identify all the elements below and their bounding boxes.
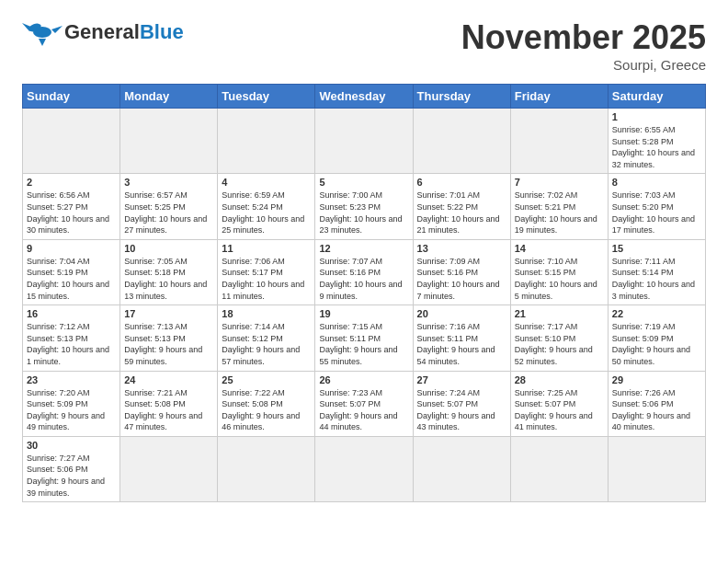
day-number: 30 <box>27 440 116 451</box>
day-cell: 16Sunrise: 7:12 AMSunset: 5:13 PMDayligh… <box>23 305 120 371</box>
day-cell: 6Sunrise: 7:01 AMSunset: 5:22 PMDaylight… <box>413 174 510 239</box>
day-cell: 20Sunrise: 7:16 AMSunset: 5:11 PMDayligh… <box>413 305 510 371</box>
day-info: Sunrise: 7:03 AMSunset: 5:20 PMDaylight:… <box>612 190 701 236</box>
day-info: Sunrise: 7:07 AMSunset: 5:16 PMDaylight:… <box>319 256 408 302</box>
day-cell: 18Sunrise: 7:14 AMSunset: 5:12 PMDayligh… <box>218 305 315 371</box>
day-cell: 14Sunrise: 7:10 AMSunset: 5:15 PMDayligh… <box>510 239 608 304</box>
logo-text: GeneralBlue <box>64 22 184 42</box>
header-monday: Monday <box>120 85 218 109</box>
weekday-header-row: Sunday Monday Tuesday Wednesday Thursday… <box>23 85 706 109</box>
day-info: Sunrise: 7:00 AMSunset: 5:23 PMDaylight:… <box>319 190 408 236</box>
day-info: Sunrise: 7:22 AMSunset: 5:08 PMDaylight:… <box>222 387 311 433</box>
day-info: Sunrise: 7:02 AMSunset: 5:21 PMDaylight:… <box>515 190 604 236</box>
day-cell: 22Sunrise: 7:19 AMSunset: 5:09 PMDayligh… <box>608 305 705 371</box>
day-cell: 23Sunrise: 7:20 AMSunset: 5:09 PMDayligh… <box>23 371 120 436</box>
day-number: 24 <box>124 374 213 385</box>
calendar-title: November 2025 <box>461 18 706 57</box>
day-cell <box>413 109 510 174</box>
day-cell: 10Sunrise: 7:05 AMSunset: 5:18 PMDayligh… <box>120 239 218 304</box>
day-cell <box>218 436 315 501</box>
day-info: Sunrise: 7:19 AMSunset: 5:09 PMDaylight:… <box>612 321 701 367</box>
week-row-2: 2Sunrise: 6:56 AMSunset: 5:27 PMDaylight… <box>23 174 706 239</box>
day-info: Sunrise: 7:25 AMSunset: 5:07 PMDaylight:… <box>515 387 604 433</box>
logo-icon: GeneralBlue <box>22 18 184 46</box>
day-number: 28 <box>515 374 604 385</box>
day-info: Sunrise: 7:01 AMSunset: 5:22 PMDaylight:… <box>417 190 506 236</box>
day-number: 3 <box>124 177 213 188</box>
day-number: 9 <box>27 243 116 254</box>
logo: GeneralBlue <box>22 18 184 46</box>
day-cell: 17Sunrise: 7:13 AMSunset: 5:13 PMDayligh… <box>120 305 218 371</box>
day-cell <box>413 436 510 501</box>
logo-bird-icon <box>22 18 63 46</box>
day-number: 21 <box>515 308 604 319</box>
week-row-3: 9Sunrise: 7:04 AMSunset: 5:19 PMDaylight… <box>23 239 706 304</box>
day-info: Sunrise: 7:05 AMSunset: 5:18 PMDaylight:… <box>124 256 213 302</box>
day-number: 13 <box>417 243 506 254</box>
day-number: 14 <box>515 243 604 254</box>
day-number: 27 <box>417 374 506 385</box>
day-cell <box>510 109 608 174</box>
day-cell: 5Sunrise: 7:00 AMSunset: 5:23 PMDaylight… <box>315 174 413 239</box>
day-cell: 25Sunrise: 7:22 AMSunset: 5:08 PMDayligh… <box>218 371 315 436</box>
page: GeneralBlue November 2025 Sourpi, Greece… <box>0 0 728 517</box>
day-info: Sunrise: 6:56 AMSunset: 5:27 PMDaylight:… <box>27 190 116 236</box>
day-number: 17 <box>124 308 213 319</box>
day-cell: 8Sunrise: 7:03 AMSunset: 5:20 PMDaylight… <box>608 174 705 239</box>
week-row-6: 30Sunrise: 7:27 AMSunset: 5:06 PMDayligh… <box>23 436 706 501</box>
day-cell: 1Sunrise: 6:55 AMSunset: 5:28 PMDaylight… <box>608 109 705 174</box>
day-cell: 28Sunrise: 7:25 AMSunset: 5:07 PMDayligh… <box>510 371 608 436</box>
day-cell: 29Sunrise: 7:26 AMSunset: 5:06 PMDayligh… <box>608 371 705 436</box>
day-cell: 27Sunrise: 7:24 AMSunset: 5:07 PMDayligh… <box>413 371 510 436</box>
day-number: 26 <box>319 374 408 385</box>
day-number: 11 <box>222 243 311 254</box>
day-number: 8 <box>612 177 701 188</box>
header-thursday: Thursday <box>413 85 510 109</box>
day-number: 2 <box>27 177 116 188</box>
day-info: Sunrise: 6:59 AMSunset: 5:24 PMDaylight:… <box>222 190 311 236</box>
day-cell: 2Sunrise: 6:56 AMSunset: 5:27 PMDaylight… <box>23 174 120 239</box>
day-number: 20 <box>417 308 506 319</box>
day-cell: 3Sunrise: 6:57 AMSunset: 5:25 PMDaylight… <box>120 174 218 239</box>
day-number: 15 <box>612 243 701 254</box>
day-cell <box>120 436 218 501</box>
title-block: November 2025 Sourpi, Greece <box>461 18 706 73</box>
day-info: Sunrise: 7:04 AMSunset: 5:19 PMDaylight:… <box>27 256 116 302</box>
day-info: Sunrise: 7:17 AMSunset: 5:10 PMDaylight:… <box>515 321 604 367</box>
day-cell <box>218 109 315 174</box>
day-cell: 7Sunrise: 7:02 AMSunset: 5:21 PMDaylight… <box>510 174 608 239</box>
day-cell: 21Sunrise: 7:17 AMSunset: 5:10 PMDayligh… <box>510 305 608 371</box>
day-number: 19 <box>319 308 408 319</box>
day-number: 7 <box>515 177 604 188</box>
day-number: 25 <box>222 374 311 385</box>
day-cell: 11Sunrise: 7:06 AMSunset: 5:17 PMDayligh… <box>218 239 315 304</box>
header-wednesday: Wednesday <box>315 85 413 109</box>
header-tuesday: Tuesday <box>218 85 315 109</box>
day-info: Sunrise: 7:16 AMSunset: 5:11 PMDaylight:… <box>417 321 506 367</box>
day-info: Sunrise: 7:09 AMSunset: 5:16 PMDaylight:… <box>417 256 506 302</box>
day-number: 29 <box>612 374 701 385</box>
day-number: 12 <box>319 243 408 254</box>
day-info: Sunrise: 7:20 AMSunset: 5:09 PMDaylight:… <box>27 387 116 433</box>
day-info: Sunrise: 7:21 AMSunset: 5:08 PMDaylight:… <box>124 387 213 433</box>
day-cell: 15Sunrise: 7:11 AMSunset: 5:14 PMDayligh… <box>608 239 705 304</box>
day-info: Sunrise: 7:15 AMSunset: 5:11 PMDaylight:… <box>319 321 408 367</box>
calendar-location: Sourpi, Greece <box>461 57 706 73</box>
day-number: 16 <box>27 308 116 319</box>
day-info: Sunrise: 7:23 AMSunset: 5:07 PMDaylight:… <box>319 387 408 433</box>
day-info: Sunrise: 6:57 AMSunset: 5:25 PMDaylight:… <box>124 190 213 236</box>
day-info: Sunrise: 6:55 AMSunset: 5:28 PMDaylight:… <box>612 124 701 170</box>
day-info: Sunrise: 7:14 AMSunset: 5:12 PMDaylight:… <box>222 321 311 367</box>
day-number: 6 <box>417 177 506 188</box>
day-number: 18 <box>222 308 311 319</box>
day-number: 5 <box>319 177 408 188</box>
header-sunday: Sunday <box>23 85 120 109</box>
day-cell: 26Sunrise: 7:23 AMSunset: 5:07 PMDayligh… <box>315 371 413 436</box>
header-saturday: Saturday <box>608 85 705 109</box>
day-number: 10 <box>124 243 213 254</box>
svg-marker-2 <box>51 26 63 33</box>
day-cell <box>510 436 608 501</box>
svg-marker-4 <box>39 39 46 46</box>
day-number: 1 <box>612 111 701 122</box>
day-info: Sunrise: 7:10 AMSunset: 5:15 PMDaylight:… <box>515 256 604 302</box>
